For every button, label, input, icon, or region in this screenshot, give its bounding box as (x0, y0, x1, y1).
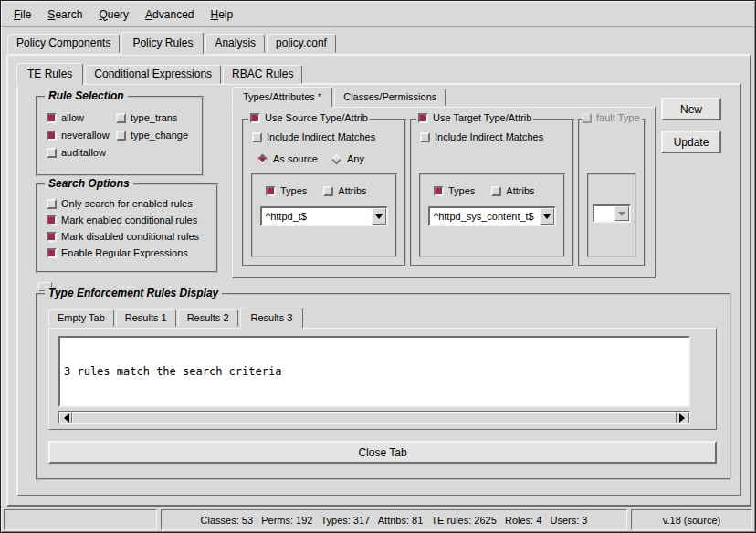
checkbox-label: Include Indirect Matches (267, 131, 375, 142)
rule-selection-checks: allow type_trans neverallow type_change (37, 98, 202, 158)
te-rules-panel: Rule Selection allow type_trans neverall… (16, 83, 741, 496)
menu-advanced[interactable]: Advanced (137, 5, 202, 25)
update-button[interactable]: Update (661, 131, 721, 153)
radio-label: Any (347, 153, 364, 164)
checkbox-box (582, 113, 592, 123)
radio-label: As source (273, 153, 318, 164)
checkbox-box (116, 113, 126, 123)
checkbox-label: Only search for enabled rules (61, 198, 193, 209)
close-tab-button[interactable]: Close Tab (48, 441, 717, 464)
checkbox-box (266, 186, 276, 196)
search-options-checks: Only search for enabled rules Mark enabl… (37, 185, 216, 258)
checkbox-label: allow (61, 112, 84, 123)
tab-types-attributes[interactable]: Types/Attributes * (232, 87, 332, 108)
tab-policy-components[interactable]: Policy Components (7, 34, 120, 53)
menu-query[interactable]: Query (90, 5, 137, 25)
checkbox-label: Attribs (506, 185, 534, 196)
scrollbar-thumb[interactable] (72, 412, 677, 423)
check-default-type: fault Type (Disa (582, 112, 642, 123)
check-use-target[interactable]: Use Target Type/Attrib (418, 112, 531, 123)
tab-results-3[interactable]: Results 3 (240, 308, 304, 329)
check-neverallow[interactable]: neverallow (47, 130, 116, 141)
results-text-area[interactable]: 3 rules match the search criteria (5822)… (58, 336, 690, 407)
dropdown-arrow-icon (614, 206, 629, 221)
results-summary: 3 rules match the search criteria (64, 365, 685, 378)
search-options-frame: Search Options Only search for enabled r… (36, 183, 218, 273)
target-type-box: Types Attribs ^httpd_sys_content_t$ (419, 173, 565, 257)
check-mark-enabled-conditional[interactable]: Mark enabled conditional rules (47, 214, 213, 225)
check-source-types[interactable]: Types (266, 185, 307, 196)
checkbox-label: type_trans (131, 112, 177, 123)
check-type-trans[interactable]: type_trans (116, 112, 198, 123)
checkbox-label: Types (448, 185, 475, 196)
tab-te-rules[interactable]: TE Rules (16, 63, 83, 86)
use-source-frame: Use Source Type/Attrib Include Indirect … (242, 119, 406, 266)
checkbox-label: fault Type (Disa (596, 112, 642, 123)
check-target-types[interactable]: Types (434, 185, 475, 196)
dropdown-arrow-icon[interactable] (540, 208, 554, 225)
tab-conditional-expressions[interactable]: Conditional Expressions (85, 65, 221, 84)
policy-rules-panel: TE Rules Conditional Expressions RBAC Ru… (6, 54, 751, 507)
check-source-attribs[interactable]: Attribs (323, 185, 366, 196)
check-target-indirect[interactable]: Include Indirect Matches (420, 131, 543, 142)
menu-search[interactable]: Search (39, 5, 90, 25)
radio-diamond-icon (257, 153, 268, 163)
tab-rbac-rules[interactable]: RBAC Rules (223, 65, 302, 84)
scroll-right-arrow-icon[interactable] (677, 412, 689, 423)
default-type-combo (593, 204, 631, 223)
dropdown-arrow-icon[interactable] (372, 208, 386, 225)
source-types-attribs-row: Types Attribs (266, 185, 395, 196)
check-mark-disabled-conditional[interactable]: Mark disabled conditional rules (47, 231, 213, 242)
check-source-indirect[interactable]: Include Indirect Matches (252, 131, 375, 142)
check-use-source[interactable]: Use Source Type/Attrib (250, 112, 368, 123)
check-only-enabled-rules[interactable]: Only search for enabled rules (47, 198, 213, 209)
tab-empty-tab[interactable]: Empty Tab (48, 309, 114, 327)
results-horizontal-scrollbar[interactable] (58, 411, 690, 424)
checkbox-label: auditallow (61, 147, 106, 158)
combo-value (594, 206, 614, 221)
checkbox-box (47, 131, 57, 141)
te-rules-display-title: Type Enforcement Rules Display (45, 287, 222, 299)
rule-selection-frame: Rule Selection allow type_trans neverall… (36, 96, 204, 176)
scroll-left-arrow-icon[interactable] (59, 412, 72, 423)
status-stats: Classes: 53 Perms: 192 Types: 317 Attrib… (161, 509, 627, 530)
check-enable-regex[interactable]: Enable Regular Expressions (47, 247, 213, 258)
tab-policy-conf[interactable]: policy.conf (267, 34, 336, 53)
tab-classes-permissions[interactable]: Classes/Permissions (334, 89, 446, 106)
target-type-combo[interactable]: ^httpd_sys_content_t$ (428, 206, 556, 226)
tab-results-2[interactable]: Results 2 (178, 309, 238, 327)
default-type-title: fault Type (Disa (582, 112, 642, 123)
checkbox-label: Mark enabled conditional rules (61, 214, 197, 225)
checkbox-label: Enable Regular Expressions (61, 247, 188, 258)
checkbox-box (47, 215, 57, 225)
tab-analysis[interactable]: Analysis (205, 34, 265, 53)
results-blank-line (64, 403, 685, 407)
checkbox-label: Use Source Type/Attrib (265, 112, 368, 123)
main-tabbar: Policy Components Policy Rules Analysis … (7, 32, 338, 53)
tab-policy-rules[interactable]: Policy Rules (121, 32, 204, 55)
radio-diamond-icon (331, 153, 341, 163)
check-auditallow[interactable]: auditallow (47, 147, 116, 158)
rule-selection-title: Rule Selection (45, 89, 128, 102)
new-button[interactable]: New (661, 98, 721, 120)
check-type-change[interactable]: type_change (116, 130, 198, 141)
radio-any[interactable]: Any (331, 153, 364, 164)
check-target-attribs[interactable]: Attribs (491, 185, 534, 196)
status-left-box (4, 509, 157, 530)
menu-help[interactable]: Help (202, 5, 241, 25)
checkbox-label: Mark disabled conditional rules (61, 231, 199, 242)
tab-results-1[interactable]: Results 1 (116, 309, 176, 327)
source-type-combo[interactable]: ^httpd_t$ (260, 206, 388, 226)
target-types-attribs-row: Types Attribs (434, 185, 563, 196)
check-allow[interactable]: allow (47, 112, 116, 123)
types-attributes-tabbar: Types/Attributes * Classes/Permissions (232, 87, 447, 106)
checkbox-box (47, 232, 57, 242)
te-rules-display-frame: Type Enforcement Rules Display Empty Tab… (36, 293, 731, 480)
checkbox-label: type_change (131, 130, 188, 141)
menu-file[interactable]: File (5, 5, 39, 25)
radio-as-source[interactable]: As source (257, 153, 318, 164)
checkbox-box (252, 132, 262, 142)
checkbox-box (491, 186, 501, 196)
checkbox-box (47, 113, 57, 123)
default-type-box (587, 173, 636, 257)
